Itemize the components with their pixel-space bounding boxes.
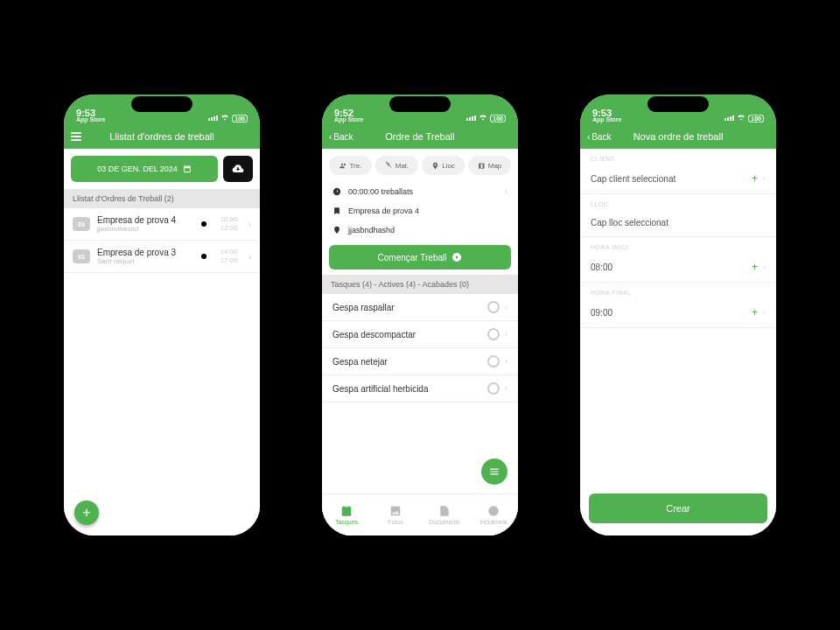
status-appstore-label: App Store bbox=[592, 116, 621, 122]
order-time-end: 17:00 bbox=[220, 256, 238, 265]
chevron-right-icon: › bbox=[763, 262, 766, 271]
pin-icon bbox=[332, 226, 341, 234]
chevron-right-icon: › bbox=[248, 220, 251, 229]
battery-indicator: 100 bbox=[490, 115, 506, 122]
plus-icon: + bbox=[752, 306, 758, 318]
wifi-icon bbox=[220, 114, 229, 122]
chevron-right-icon: › bbox=[505, 303, 508, 312]
segment-workers[interactable]: Tre. bbox=[329, 156, 372, 175]
list-icon bbox=[488, 466, 500, 478]
play-circle-icon bbox=[452, 252, 462, 262]
order-title: Empresa de prova 3 bbox=[97, 248, 194, 257]
phone-work-orders-list: 9:53 App Store 100 Llistat d'ordres de t… bbox=[57, 88, 267, 542]
device-notch bbox=[131, 96, 192, 112]
chevron-right-icon: › bbox=[248, 252, 251, 262]
task-radio[interactable] bbox=[487, 355, 500, 368]
order-subtitle: jjasbndhashd bbox=[97, 225, 194, 233]
work-order-row[interactable]: 03 Empresa de prova 3 Sant miquel 14:00 … bbox=[64, 241, 260, 273]
label-place: LLOC bbox=[580, 194, 776, 209]
tab-tasks[interactable]: Tasques bbox=[322, 494, 371, 536]
notes-fab[interactable] bbox=[481, 458, 508, 485]
alert-icon bbox=[487, 505, 500, 517]
battery-indicator: 100 bbox=[748, 115, 764, 122]
tab-documents[interactable]: Documents bbox=[420, 494, 469, 536]
end-time-value: 09:00 bbox=[591, 308, 612, 318]
page-title: Llistat d'ordres de treball bbox=[109, 131, 214, 142]
task-row[interactable]: Gespa artificial herbicida › bbox=[322, 375, 518, 402]
add-order-fab[interactable]: + bbox=[74, 500, 99, 525]
label-end-time: HORA FINAL bbox=[580, 283, 776, 298]
date-label: 03 DE GEN. DEL 2024 bbox=[97, 164, 178, 173]
location-value: jjasbndhashd bbox=[348, 226, 395, 234]
tab-label: Documents bbox=[429, 519, 459, 525]
segment-label: Lloc bbox=[442, 162, 455, 170]
home-indicator bbox=[385, 536, 455, 539]
client-value: Cap client seleccionat bbox=[591, 174, 676, 184]
segment-place[interactable]: Lloc bbox=[422, 156, 465, 175]
menu-button[interactable] bbox=[71, 132, 81, 141]
chevron-right-icon: › bbox=[505, 330, 508, 339]
client-field[interactable]: Cap client seleccionat + › bbox=[580, 164, 776, 194]
label-start-time: HORA INICI bbox=[580, 237, 776, 252]
tools-icon bbox=[385, 162, 393, 170]
chevron-right-icon: › bbox=[763, 174, 766, 183]
task-row[interactable]: Gespa raspallar › bbox=[322, 294, 518, 321]
nav-bar: Llistat d'ordres de treball bbox=[64, 124, 260, 149]
label-client: CLIENT bbox=[580, 149, 776, 164]
order-time-start: 14:00 bbox=[220, 248, 238, 256]
time-worked-row[interactable]: 00:00:00 treballats › bbox=[322, 182, 518, 201]
chevron-right-icon: › bbox=[763, 308, 766, 317]
place-field[interactable]: Cap lloc seleccionat bbox=[580, 209, 776, 237]
plus-icon: + bbox=[752, 261, 758, 273]
task-row[interactable]: Gespa netejar › bbox=[322, 348, 518, 375]
company-row: Empresa de prova 4 bbox=[322, 201, 518, 220]
bottom-tab-bar: Tasques Fotos Documents Incidència bbox=[322, 494, 518, 536]
page-title: Ordre de Treball bbox=[385, 131, 454, 142]
cloud-upload-icon bbox=[232, 163, 244, 175]
device-notch bbox=[389, 96, 451, 112]
tab-photos[interactable]: Fotos bbox=[371, 494, 420, 536]
image-icon bbox=[389, 505, 402, 517]
segment-materials[interactable]: Mat. bbox=[375, 156, 418, 175]
calendar-icon bbox=[183, 164, 192, 173]
tab-incidents[interactable]: Incidència bbox=[469, 494, 518, 536]
tab-label: Incidència bbox=[480, 519, 508, 525]
svg-point-2 bbox=[488, 506, 499, 516]
plus-icon: + bbox=[82, 505, 90, 521]
work-order-row[interactable]: 03 Empresa de prova 4 jjasbndhashd 10:00… bbox=[64, 208, 260, 241]
document-icon bbox=[438, 505, 451, 517]
start-work-button[interactable]: Començar Treball bbox=[329, 245, 511, 270]
create-label: Crear bbox=[666, 503, 690, 514]
task-radio[interactable] bbox=[487, 328, 500, 340]
chevron-left-icon: ‹ bbox=[587, 132, 590, 142]
task-radio[interactable] bbox=[487, 382, 500, 395]
status-appstore-label: App Store bbox=[76, 116, 105, 122]
back-button[interactable]: ‹ Back bbox=[587, 132, 612, 142]
wifi-icon bbox=[737, 114, 746, 122]
task-row[interactable]: Gespa descompactar › bbox=[322, 321, 518, 348]
order-title: Empresa de prova 4 bbox=[97, 215, 194, 225]
map-icon bbox=[478, 162, 486, 170]
location-row: jjasbndhashd bbox=[322, 220, 518, 240]
pin-icon bbox=[431, 162, 439, 170]
segment-label: Map bbox=[488, 162, 502, 170]
start-time-field[interactable]: 08:00 + › bbox=[580, 252, 776, 283]
task-title: Gespa raspallar bbox=[332, 303, 395, 312]
date-badge: 03 bbox=[73, 217, 90, 231]
company-value: Empresa de prova 4 bbox=[348, 206, 419, 215]
place-value: Cap lloc seleccionat bbox=[591, 218, 668, 228]
segment-map[interactable]: Map bbox=[468, 156, 511, 175]
sync-button[interactable] bbox=[223, 156, 253, 182]
hamburger-icon bbox=[71, 132, 81, 141]
back-button[interactable]: ‹ Back bbox=[329, 132, 354, 142]
create-button[interactable]: Crear bbox=[589, 494, 767, 523]
calendar-icon bbox=[340, 505, 353, 517]
nav-bar: ‹ Back Nova ordre de treball bbox=[580, 124, 776, 149]
segment-label: Tre. bbox=[350, 162, 362, 170]
start-work-label: Començar Treball bbox=[378, 253, 447, 262]
nav-bar: ‹ Back Ordre de Treball bbox=[322, 124, 518, 149]
plus-icon: + bbox=[752, 172, 758, 185]
date-picker-button[interactable]: 03 DE GEN. DEL 2024 bbox=[71, 156, 218, 182]
task-radio[interactable] bbox=[487, 301, 500, 313]
end-time-field[interactable]: 09:00 + › bbox=[580, 298, 776, 328]
